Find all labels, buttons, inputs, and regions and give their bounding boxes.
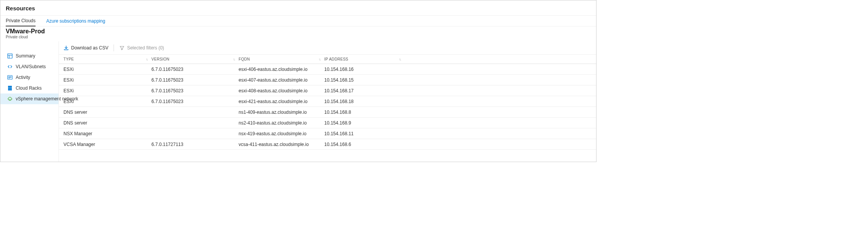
filter-icon	[119, 45, 125, 51]
column-label: VERSION	[151, 57, 169, 61]
sidebar-item-vsphere-network[interactable]: vSphere management network	[0, 93, 59, 104]
filter-label: Selected filters (0)	[127, 45, 164, 51]
cell-ip: 10.154.168.18	[324, 99, 405, 104]
cell-ip: 10.154.168.9	[324, 120, 405, 126]
table-row[interactable]: ESXi6.7.0.11675023esxi-407-eastus.az.clo…	[59, 75, 596, 85]
cell-ip: 10.154.168.11	[324, 131, 405, 136]
svg-rect-8	[8, 87, 12, 89]
cell-ip: 10.154.168.17	[324, 88, 405, 93]
cell-fqdn: esxi-407-eastus.az.cloudsimple.io	[239, 77, 324, 83]
column-header-ip[interactable]: IP ADDRESS ↑↓	[324, 57, 405, 61]
sidebar-item-cloud-racks[interactable]: Cloud Racks	[0, 83, 59, 93]
cell-version: 6.7.0.11675023	[151, 67, 239, 72]
racks-icon	[7, 85, 13, 91]
column-label: TYPE	[63, 57, 74, 61]
cell-version: 6.7.0.11675023	[151, 77, 239, 83]
svg-rect-7	[8, 86, 12, 87]
selected-filters-button[interactable]: Selected filters (0)	[119, 45, 164, 51]
summary-icon	[7, 53, 13, 59]
top-tabs: Private Clouds Azure subscriptions mappi…	[0, 16, 596, 26]
sidebar-item-label: Summary	[16, 53, 35, 59]
sort-icon: ↑↓	[146, 57, 148, 61]
sidebar-item-vlan[interactable]: VLAN/Subnets	[0, 61, 59, 72]
tab-private-clouds[interactable]: Private Clouds	[6, 16, 36, 26]
cell-fqdn: esxi-408-eastus.az.cloudsimple.io	[239, 88, 324, 93]
column-label: FQDN	[239, 57, 250, 61]
cell-type: DNS server	[63, 110, 151, 115]
sidebar-item-summary[interactable]: Summary	[0, 51, 59, 61]
column-label: IP ADDRESS	[324, 57, 348, 61]
sort-icon: ↑↓	[399, 57, 401, 61]
tab-azure-subscriptions[interactable]: Azure subscriptions mapping	[46, 16, 105, 26]
cell-type: NSX Manager	[63, 131, 151, 136]
cell-type: ESXi	[63, 88, 151, 93]
download-csv-button[interactable]: Download as CSV	[63, 45, 108, 51]
cell-version: 6.7.0.11727113	[151, 142, 239, 147]
cell-fqdn: ns2-410-eastus.az.cloudsimple.io	[239, 120, 324, 126]
cell-ip: 10.154.168.15	[324, 77, 405, 83]
sidebar-item-label: Activity	[16, 75, 30, 80]
cell-fqdn: vcsa-411-eastus.az.cloudsimple.io	[239, 142, 324, 147]
page-title: Resources	[6, 5, 591, 11]
svg-rect-0	[8, 54, 12, 58]
table-row[interactable]: DNS serverns2-410-eastus.az.cloudsimple.…	[59, 118, 596, 128]
svg-rect-9	[8, 89, 12, 91]
cell-ip: 10.154.168.6	[324, 142, 405, 147]
cell-type: VCSA Manager	[63, 142, 151, 147]
cell-fqdn: nsx-419-eastus.az.cloudsimple.io	[239, 131, 324, 136]
sidebar-item-label: Cloud Racks	[16, 85, 42, 91]
toolbar: Download as CSV Selected filters (0)	[59, 41, 596, 55]
table-row[interactable]: ESXi6.7.0.11675023esxi-421-eastus.az.clo…	[59, 96, 596, 107]
cell-fqdn: esxi-421-eastus.az.cloudsimple.io	[239, 99, 324, 104]
download-icon	[63, 45, 69, 51]
download-label: Download as CSV	[71, 45, 108, 51]
main-content: Download as CSV Selected filters (0) TYP…	[59, 41, 596, 162]
cell-ip: 10.154.168.8	[324, 110, 405, 115]
activity-icon	[7, 75, 13, 80]
cell-type: ESXi	[63, 67, 151, 72]
column-header-type[interactable]: TYPE ↑↓	[63, 57, 151, 61]
cloud-subtitle: Private cloud	[6, 35, 591, 39]
table-row[interactable]: ESXi6.7.0.11675023esxi-406-eastus.az.clo…	[59, 64, 596, 75]
table-body: ESXi6.7.0.11675023esxi-406-eastus.az.clo…	[59, 64, 596, 150]
table-row[interactable]: NSX Managernsx-419-eastus.az.cloudsimple…	[59, 128, 596, 139]
column-header-fqdn[interactable]: FQDN ↑↓	[239, 57, 324, 61]
cell-version: 6.7.0.11675023	[151, 88, 239, 93]
sidebar-item-activity[interactable]: Activity	[0, 72, 59, 83]
cloud-title-block: VMware-Prod Private cloud	[0, 26, 596, 41]
sidebar-item-label: VLAN/Subnets	[16, 64, 46, 69]
toolbar-separator	[114, 44, 114, 51]
table-row[interactable]: DNS serverns1-409-eastus.az.cloudsimple.…	[59, 107, 596, 118]
cell-type: ESXi	[63, 99, 151, 104]
cell-fqdn: ns1-409-eastus.az.cloudsimple.io	[239, 110, 324, 115]
cell-type: DNS server	[63, 120, 151, 126]
cell-version: 6.7.0.11675023	[151, 99, 239, 104]
sidebar: Summary VLAN/Subnets Activity Cloud Rack…	[0, 41, 59, 162]
column-header-version[interactable]: VERSION ↑↓	[151, 57, 239, 61]
table-row[interactable]: VCSA Manager6.7.0.11727113vcsa-411-eastu…	[59, 139, 596, 150]
page-header: Resources	[0, 0, 596, 16]
cell-ip: 10.154.168.16	[324, 67, 405, 72]
sort-icon: ↑↓	[233, 57, 235, 61]
cloud-name: VMware-Prod	[6, 28, 591, 35]
cell-fqdn: esxi-406-eastus.az.cloudsimple.io	[239, 67, 324, 72]
sort-icon: ↑↓	[319, 57, 320, 61]
vlan-icon	[7, 64, 13, 69]
cell-type: ESXi	[63, 77, 151, 83]
table-header-row: TYPE ↑↓ VERSION ↑↓ FQDN ↑↓ IP ADDRESS ↑↓	[59, 55, 596, 64]
data-table: TYPE ↑↓ VERSION ↑↓ FQDN ↑↓ IP ADDRESS ↑↓…	[59, 55, 596, 162]
vsphere-icon	[7, 96, 13, 102]
table-row[interactable]: ESXi6.7.0.11675023esxi-408-eastus.az.clo…	[59, 85, 596, 96]
